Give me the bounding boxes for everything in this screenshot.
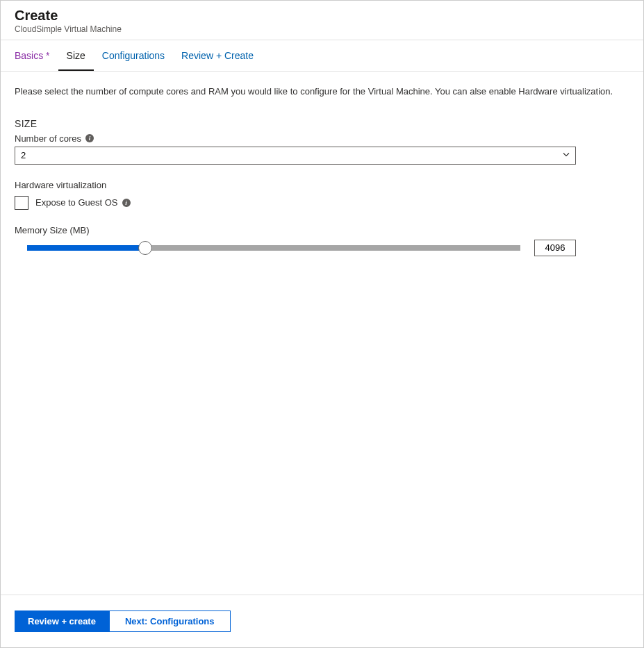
memory-slider-fill (27, 245, 145, 251)
cores-label: Number of cores i (15, 133, 629, 144)
memory-slider-row (15, 240, 629, 256)
expose-guest-os-checkbox[interactable] (15, 196, 28, 210)
expose-guest-os-label-text: Expose to Guest OS (35, 197, 118, 208)
create-vm-panel: Create CloudSimple Virtual Machine Basic… (0, 0, 644, 648)
memory-slider-thumb[interactable] (138, 241, 152, 255)
page-title: Create (15, 8, 629, 24)
page-subtitle: CloudSimple Virtual Machine (15, 24, 629, 34)
expose-guest-os-label: Expose to Guest OS i (35, 197, 131, 208)
memory-value-input[interactable] (534, 240, 576, 256)
size-description: Please select the number of compute core… (15, 85, 629, 99)
tab-review-create[interactable]: Review + Create (173, 40, 262, 71)
info-icon[interactable]: i (122, 199, 131, 207)
tab-size[interactable]: Size (58, 40, 94, 71)
wizard-footer: Review + create Next: Configurations (1, 595, 643, 647)
hw-virtualization-heading: Hardware virtualization (15, 180, 629, 190)
memory-slider[interactable] (27, 245, 520, 251)
size-tab-content: Please select the number of compute core… (1, 72, 643, 595)
cores-label-text: Number of cores (15, 133, 81, 144)
size-section-heading: SIZE (15, 118, 629, 129)
review-create-button[interactable]: Review + create (15, 610, 109, 632)
wizard-tabs: Basics * Size Configurations Review + Cr… (1, 40, 643, 72)
memory-size-label: Memory Size (MB) (15, 225, 629, 235)
next-configurations-button[interactable]: Next: Configurations (109, 610, 231, 632)
info-icon[interactable]: i (85, 134, 94, 142)
cores-select[interactable]: 2 (15, 147, 576, 165)
tab-basics[interactable]: Basics * (6, 40, 58, 71)
expose-guest-os-row: Expose to Guest OS i (15, 196, 629, 210)
tab-configurations[interactable]: Configurations (94, 40, 173, 71)
cores-select-wrap: 2 (15, 147, 576, 165)
panel-header: Create CloudSimple Virtual Machine (1, 1, 643, 40)
